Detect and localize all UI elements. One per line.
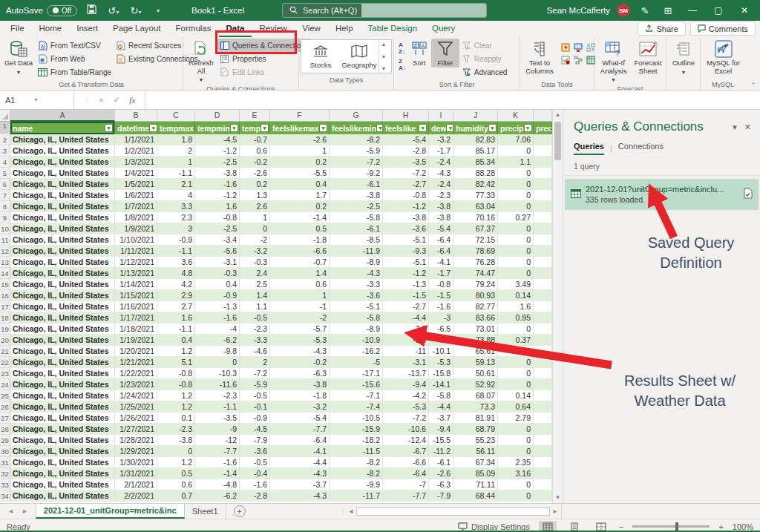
cell[interactable]: 0	[195, 357, 240, 368]
cell[interactable]: -7.2	[383, 413, 429, 424]
cell[interactable]: 0.4	[195, 279, 240, 290]
cell[interactable]: 1.2	[157, 346, 195, 357]
header-cell-preci[interactable]: preci	[534, 122, 552, 134]
filter-dropdown-icon[interactable]: ▾	[319, 124, 327, 132]
refresh-all-button[interactable]: Refresh All▾	[185, 39, 217, 85]
cell[interactable]: 4.8	[157, 268, 195, 279]
cell[interactable]: 85.34	[453, 157, 498, 168]
cell[interactable]: -0.8	[157, 379, 195, 390]
cell[interactable]: -5.8	[330, 312, 383, 324]
cell[interactable]: -0.5	[240, 457, 270, 468]
cell[interactable]: -3.7	[429, 413, 453, 424]
cell[interactable]: -5.9	[330, 145, 383, 157]
column-header-I[interactable]: I	[429, 110, 453, 122]
cell[interactable]: -6.4	[270, 435, 330, 446]
cell[interactable]: 65.61	[453, 346, 498, 357]
cell[interactable]: -7.9	[240, 435, 270, 446]
ribbon-tab-table-design[interactable]: Table Design	[361, 21, 425, 37]
cell[interactable]: -4.8	[195, 479, 240, 490]
cell[interactable]: -0.5	[240, 390, 270, 401]
cell[interactable]: -3.2	[270, 401, 330, 413]
cell[interactable]: -6.6	[270, 246, 330, 257]
relationships-icon[interactable]	[573, 55, 583, 65]
cell[interactable]: 1.6	[498, 301, 534, 312]
column-header-B[interactable]: B	[115, 110, 157, 122]
cell[interactable]: -6.4	[383, 468, 429, 479]
column-header-C[interactable]: C	[157, 110, 195, 122]
cell[interactable]: 55.23	[453, 435, 498, 446]
minimize-button[interactable]: —	[683, 5, 702, 16]
cell[interactable]: -11.2	[429, 446, 453, 457]
cell[interactable]: -1.6	[195, 457, 240, 468]
cell[interactable]: 1.2	[157, 390, 195, 401]
row-header-25[interactable]: 25	[0, 390, 10, 401]
cell[interactable]: -2	[240, 234, 270, 246]
cell[interactable]: 1/7/2021	[115, 201, 157, 212]
cell[interactable]: 1/5/2021	[115, 179, 157, 190]
cell[interactable]: 1.8	[157, 134, 195, 145]
cell[interactable]: 85.17	[453, 145, 498, 157]
row-header-11[interactable]: 11	[0, 234, 10, 246]
cell[interactable]: Chicago, IL, United States	[10, 212, 115, 223]
cell[interactable]: 2.3	[157, 212, 195, 223]
formula-input[interactable]	[145, 91, 760, 109]
cell[interactable]: 1/17/2021	[115, 312, 157, 324]
row-header-20[interactable]: 20	[0, 335, 10, 346]
cell[interactable]: 2.1	[157, 179, 195, 190]
cell[interactable]: 0	[498, 246, 534, 257]
cell[interactable]: 1/10/2021	[115, 234, 157, 246]
cell[interactable]: -5.3	[429, 357, 453, 368]
remove-duplicates-icon[interactable]	[573, 42, 583, 52]
ribbon-tab-query[interactable]: Query	[425, 21, 462, 37]
comments-button[interactable]: Comments	[690, 22, 756, 36]
row-header-13[interactable]: 13	[0, 257, 10, 268]
cell[interactable]: -4.4	[270, 457, 330, 468]
cell[interactable]: -6.7	[383, 446, 429, 457]
cell[interactable]: -6.1	[429, 457, 453, 468]
cell[interactable]: Chicago, IL, United States	[10, 413, 115, 424]
cell[interactable]: -7.7	[270, 424, 330, 435]
cell[interactable]: -12.4	[383, 435, 429, 446]
cell[interactable]: -9.4	[429, 424, 453, 435]
cell[interactable]: -10.5	[330, 413, 383, 424]
cell[interactable]: Chicago, IL, United States	[10, 134, 115, 145]
cell[interactable]: -7.2	[383, 168, 429, 179]
cell[interactable]: Chicago, IL, United States	[10, 368, 115, 379]
cell[interactable]: 0.6	[157, 479, 195, 490]
sort-button[interactable]: ZASort	[407, 39, 431, 68]
cell[interactable]: -3.1	[383, 357, 429, 368]
cell[interactable]: 0	[498, 479, 534, 490]
cell[interactable]: -15.6	[330, 379, 383, 390]
cell[interactable]	[534, 279, 552, 290]
cell[interactable]: -4.1	[429, 257, 453, 268]
cell[interactable]: 0	[498, 368, 534, 379]
zoom-slider[interactable]	[632, 525, 710, 528]
cell[interactable]: -0.1	[240, 401, 270, 413]
cell[interactable]: 56.11	[453, 446, 498, 457]
geography-button[interactable]: Geography	[340, 40, 379, 73]
cell[interactable]: -11.7	[330, 490, 383, 502]
cell[interactable]: 73.3	[453, 401, 498, 413]
cell[interactable]: 0	[498, 223, 534, 234]
ribbon-tab-help[interactable]: Help	[328, 21, 361, 37]
cell[interactable]: Chicago, IL, United States	[10, 290, 115, 301]
cell[interactable]: 3.49	[498, 279, 534, 290]
cell[interactable]: Chicago, IL, United States	[10, 357, 115, 368]
cell[interactable]: -13.7	[383, 368, 429, 379]
sheet-tab-query-results[interactable]: 2021-12-01_unitGroup=metric&inc	[36, 504, 185, 519]
cell[interactable]: -1.1	[157, 168, 195, 179]
cell[interactable]: 0	[498, 190, 534, 201]
row-header-24[interactable]: 24	[0, 379, 10, 390]
cell[interactable]: -7.7	[195, 446, 240, 457]
cell[interactable]: -3.8	[383, 212, 429, 223]
cell[interactable]: -7.1	[330, 390, 383, 401]
column-header-F[interactable]: F	[270, 110, 330, 122]
cell[interactable]: Chicago, IL, United States	[10, 201, 115, 212]
cell[interactable]: -12	[195, 435, 240, 446]
cell[interactable]: -2.4	[429, 179, 453, 190]
cell[interactable]: -3.5	[195, 413, 240, 424]
row-header-28[interactable]: 28	[0, 424, 10, 435]
cell[interactable]: Chicago, IL, United States	[10, 424, 115, 435]
cell[interactable]: 0	[498, 257, 534, 268]
sheet-nav-left-icon[interactable]: ◄	[7, 508, 14, 515]
